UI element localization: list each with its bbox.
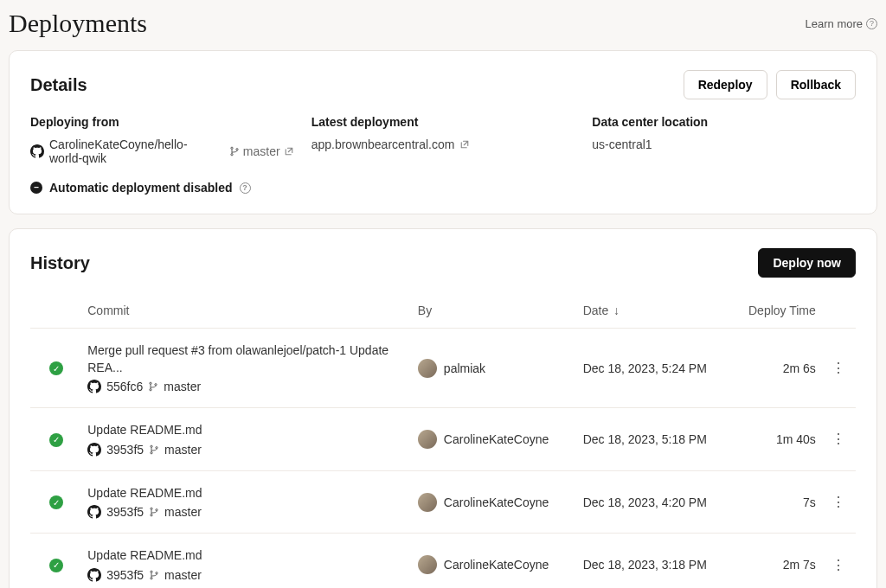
deploy-duration: 7s [734, 470, 820, 534]
branch-icon [148, 381, 158, 392]
datacenter-label: Data center location [592, 115, 856, 129]
external-link-icon [284, 146, 294, 157]
latest-deployment-label: Latest deployment [311, 115, 575, 129]
commit-message[interactable]: Update README.md [87, 485, 408, 502]
page-title: Deployments [9, 9, 147, 38]
deploy-date: Dec 18, 2023, 5:24 PM [578, 329, 735, 408]
commit-message[interactable]: Update README.md [87, 422, 408, 439]
branch-name: master [243, 144, 280, 158]
details-card: Details Redeploy Rollback Deploying from… [9, 50, 877, 214]
deploying-from-label: Deploying from [30, 115, 294, 129]
success-icon: ✓ [49, 361, 63, 375]
table-row: ✓ Merge pull request #3 from olawanlejoe… [30, 329, 856, 408]
datacenter-section: Data center location us-central1 [592, 115, 856, 165]
sort-descending-icon: ↓ [613, 304, 620, 317]
row-actions-menu[interactable]: ⋮ [828, 491, 849, 513]
success-icon: ✓ [49, 495, 63, 509]
deployment-url: app.brownbearcentral.com [311, 137, 455, 151]
author-name: CarolineKateCoyne [444, 495, 549, 509]
deploy-duration: 2m 6s [734, 329, 820, 408]
branch-chip[interactable]: master [229, 144, 294, 158]
avatar [418, 359, 437, 378]
avatar [418, 555, 437, 574]
commit-branch: master [164, 505, 202, 519]
deploying-from-section: Deploying from CarolineKateCoyne/hello-w… [30, 115, 294, 165]
repo-link[interactable]: CarolineKateCoyne/hello-world-qwik [30, 137, 219, 165]
datacenter-value: us-central1 [592, 137, 856, 151]
learn-more-label: Learn more [806, 17, 863, 30]
avatar [418, 430, 437, 449]
github-icon [87, 568, 101, 582]
deploy-date: Dec 18, 2023, 3:18 PM [578, 534, 735, 588]
details-title: Details [30, 75, 87, 95]
table-row: ✓ Update README.md 3953f5 master Carolin… [30, 408, 856, 471]
col-actions [821, 293, 856, 329]
commit-branch: master [164, 380, 201, 393]
github-icon [87, 443, 101, 457]
branch-icon [149, 507, 159, 517]
author-name: palmiak [444, 361, 485, 375]
col-date-label: Date [583, 304, 609, 317]
github-icon [87, 505, 101, 519]
history-title: History [30, 253, 90, 273]
redeploy-button[interactable]: Redeploy [684, 70, 767, 99]
col-commit[interactable]: Commit [82, 293, 413, 329]
disabled-icon: – [30, 182, 42, 194]
col-deploy-time[interactable]: Deploy Time [734, 293, 820, 329]
deployment-url-link[interactable]: app.brownbearcentral.com [311, 137, 575, 151]
github-icon [30, 144, 44, 158]
repo-name: CarolineKateCoyne/hello-world-qwik [49, 137, 219, 165]
branch-icon [229, 146, 240, 157]
success-icon: ✓ [49, 559, 63, 572]
col-by[interactable]: By [413, 293, 578, 329]
avatar [418, 493, 437, 512]
external-link-icon [459, 139, 470, 150]
latest-deployment-section: Latest deployment app.brownbearcentral.c… [311, 115, 575, 165]
deploy-now-button[interactable]: Deploy now [758, 248, 856, 278]
commit-branch: master [164, 443, 202, 457]
deploy-duration: 1m 40s [734, 408, 820, 471]
commit-branch: master [164, 568, 202, 582]
row-actions-menu[interactable]: ⋮ [828, 554, 849, 576]
deploy-date: Dec 18, 2023, 4:20 PM [578, 470, 735, 534]
commit-message[interactable]: Update README.md [87, 547, 408, 565]
history-card: History Deploy now Commit By Date ↓ Depl… [9, 228, 877, 588]
help-icon[interactable]: ? [240, 182, 251, 194]
table-row: ✓ Update README.md 3953f5 master Carolin… [30, 534, 856, 588]
col-date[interactable]: Date ↓ [578, 293, 735, 329]
learn-more-link[interactable]: Learn more ? [806, 17, 877, 30]
branch-icon [149, 570, 159, 580]
commit-hash[interactable]: 3953f5 [106, 568, 144, 582]
success-icon: ✓ [49, 433, 63, 447]
history-table: Commit By Date ↓ Deploy Time ✓ Merge pul… [30, 293, 856, 588]
commit-message[interactable]: Merge pull request #3 from olawanlejoel/… [87, 342, 408, 376]
row-actions-menu[interactable]: ⋮ [828, 357, 849, 379]
auto-deploy-status: – Automatic deployment disabled ? [30, 181, 856, 195]
author-name: CarolineKateCoyne [444, 432, 549, 446]
commit-hash[interactable]: 556fc6 [106, 380, 143, 393]
row-actions-menu[interactable]: ⋮ [828, 428, 849, 450]
table-row: ✓ Update README.md 3953f5 master Carolin… [30, 470, 856, 534]
github-icon [87, 380, 101, 393]
deploy-duration: 2m 7s [734, 534, 820, 588]
rollback-button[interactable]: Rollback [776, 70, 856, 99]
commit-hash[interactable]: 3953f5 [106, 443, 144, 457]
auto-deploy-label: Automatic deployment disabled [49, 181, 233, 195]
deploy-date: Dec 18, 2023, 5:18 PM [578, 408, 735, 471]
branch-icon [149, 444, 159, 455]
commit-hash[interactable]: 3953f5 [106, 505, 144, 519]
author-name: CarolineKateCoyne [444, 558, 549, 572]
col-status [30, 293, 82, 329]
help-icon: ? [866, 18, 877, 29]
